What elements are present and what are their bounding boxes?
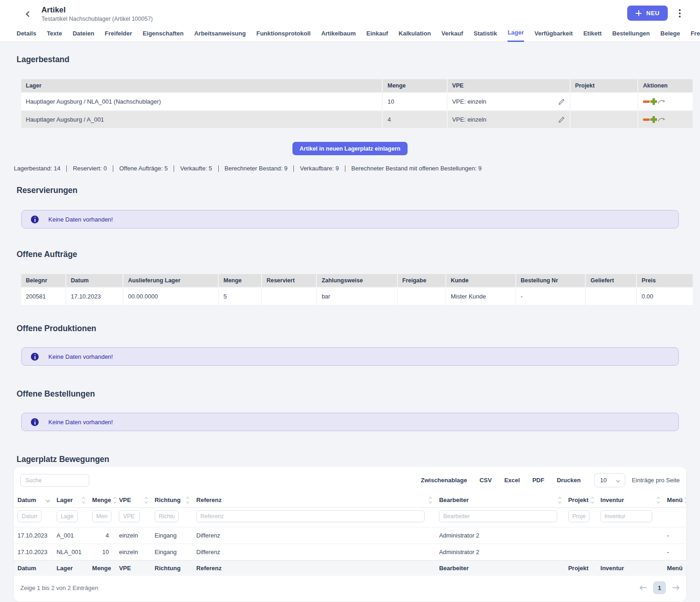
tab-statistik[interactable]: Statistik — [474, 30, 497, 41]
plus-icon — [636, 10, 642, 16]
mv-col-menue[interactable]: Menü — [667, 497, 682, 503]
mv-vpe: einzeln — [115, 544, 151, 561]
per-page-label: Einträge pro Seite — [632, 477, 680, 484]
chevron-left-icon — [26, 11, 32, 17]
stat-verkaufbare: Verkaufbare: 9 — [293, 165, 345, 172]
tab-fremdnummern[interactable]: Fremdnummern — [691, 30, 700, 41]
topbar: Artikel Testartikel Nachschublager (Arti… — [0, 0, 700, 42]
mv-menue: - — [663, 544, 686, 561]
filter-richtung-input[interactable] — [155, 510, 179, 522]
order-kunde: Mister Kunde — [446, 288, 516, 306]
order-datum: 17.10.2023 — [66, 288, 123, 306]
open-orders-table: Belegnr Datum Auslieferung Lager Menge R… — [21, 274, 694, 306]
transfer-stock-icon[interactable] — [658, 117, 665, 123]
sort-icon — [657, 497, 659, 503]
filter-bearbeiter-input[interactable] — [439, 510, 557, 522]
stock-lager-cell: Hauptlager Augsburg / NLA_001 (Nachschub… — [21, 93, 383, 111]
csv-export-button[interactable]: CSV — [479, 477, 492, 484]
edit-vpe-pencil-icon[interactable] — [558, 116, 565, 123]
tab-lager[interactable]: Lager — [508, 29, 524, 42]
order-menge: 5 — [219, 288, 262, 306]
tab-arbeitsanweisung[interactable]: Arbeitsanweisung — [194, 30, 246, 41]
clipboard-export-button[interactable]: Zwischenablage — [421, 477, 467, 484]
mv-projekt — [565, 527, 597, 544]
filter-lager-input[interactable] — [57, 510, 78, 522]
filter-inventur-input[interactable] — [601, 510, 652, 522]
sort-desc-icon — [46, 498, 49, 502]
mv-col-projekt[interactable]: Projekt — [568, 497, 593, 503]
pdf-export-button[interactable]: PDF — [532, 477, 544, 484]
purchase-orders-empty-alert: Keine Daten vorhanden! — [21, 413, 679, 431]
page-size-select[interactable]: 10 — [594, 473, 625, 487]
stock-col-vpe: VPE — [448, 79, 571, 93]
sort-icon — [82, 497, 85, 503]
remove-stock-icon[interactable] — [643, 118, 650, 121]
order-zahlungsweise: bar — [317, 288, 397, 306]
reservations-section-title: Reservierungen — [14, 186, 686, 195]
orders-col-zahlungsweise: Zahlungsweise — [317, 274, 397, 288]
mv-col-inventur[interactable]: Inventur — [601, 497, 660, 503]
tab-etikett[interactable]: Etikett — [583, 30, 602, 41]
orders-col-freigabe: Freigabe — [398, 274, 446, 288]
info-icon — [31, 418, 39, 426]
stat-reserviert: Reserviert: 0 — [66, 165, 113, 172]
order-belegnr: 200581 — [21, 288, 66, 306]
mv-col-datum[interactable]: Datum — [18, 497, 49, 503]
remove-stock-icon[interactable] — [643, 100, 650, 103]
next-page-icon[interactable] — [672, 585, 680, 590]
stock-stats-line: Lagerbestand: 14 Reserviert: 0 Offene Au… — [14, 165, 686, 172]
open-orders-section-title: Offene Aufträge — [14, 250, 686, 259]
page-number-button[interactable]: 1 — [653, 581, 666, 594]
tab-eigenschaften[interactable]: Eigenschaften — [143, 30, 184, 41]
sort-icon — [114, 497, 116, 503]
mv-col-lager[interactable]: Lager — [57, 497, 85, 503]
tab-verkauf[interactable]: Verkauf — [442, 30, 463, 41]
mv-col-vpe[interactable]: VPE — [119, 497, 147, 503]
orders-col-belegnr: Belegnr — [21, 274, 66, 288]
search-input[interactable] — [20, 474, 89, 487]
tab-freifelder[interactable]: Freifelder — [105, 30, 132, 41]
orders-col-datum: Datum — [66, 274, 123, 288]
tab-bestellungen[interactable]: Bestellungen — [612, 30, 650, 41]
tab-funktionsprotokoll[interactable]: Funktionsprotokoll — [257, 30, 311, 41]
filter-projekt-input[interactable] — [568, 510, 589, 522]
mv-col-bearbeiter[interactable]: Bearbeiter — [439, 497, 560, 503]
tab-verfuegbarkeit[interactable]: Verfügbarkeit — [535, 30, 573, 41]
sort-icon — [145, 497, 147, 503]
back-button[interactable] — [22, 7, 35, 20]
movements-section-title: Lagerplatz Bewegungen — [14, 455, 686, 464]
orders-col-bestellung-nr: Bestellung Nr — [516, 274, 586, 288]
print-button[interactable]: Drucken — [557, 477, 581, 484]
mv-col-menge[interactable]: Menge — [92, 497, 111, 503]
mv-inventur — [597, 527, 664, 544]
mv-col-richtung[interactable]: Richtung — [155, 497, 189, 503]
tab-kalkulation[interactable]: Kalkulation — [399, 30, 431, 41]
tab-texte[interactable]: Texte — [47, 30, 62, 41]
filter-referenz-input[interactable] — [196, 510, 425, 522]
filter-vpe-input[interactable] — [119, 510, 140, 522]
tab-details[interactable]: Details — [17, 30, 36, 41]
empty-message: Keine Daten vorhanden! — [48, 216, 113, 223]
new-button[interactable]: NEU — [627, 6, 668, 21]
tab-dateien[interactable]: Dateien — [73, 30, 94, 41]
mv-datum: 17.10.2023 — [14, 527, 53, 544]
filter-menge-input[interactable] — [92, 510, 111, 522]
add-stock-icon[interactable] — [650, 98, 657, 105]
open-purchase-orders-section-title: Offene Bestellungen — [14, 389, 686, 399]
tab-einkauf[interactable]: Einkauf — [367, 30, 388, 41]
mv-projekt — [565, 544, 597, 561]
movement-row: 17.10.2023 A_001 4 einzeln Eingang Diffe… — [14, 527, 686, 544]
mv-col-referenz[interactable]: Referenz — [196, 497, 432, 503]
prev-page-icon[interactable] — [639, 585, 647, 590]
excel-export-button[interactable]: Excel — [504, 477, 520, 484]
transfer-stock-icon[interactable] — [658, 99, 665, 105]
kebab-menu-icon[interactable] — [676, 6, 683, 20]
store-in-new-bin-button[interactable]: Artikel in neuen Lagerplatz einlagern — [292, 142, 408, 155]
add-stock-icon[interactable] — [650, 116, 657, 123]
tab-artikelbaum[interactable]: Artikelbaum — [321, 30, 356, 41]
tab-belege[interactable]: Belege — [660, 30, 680, 41]
edit-vpe-pencil-icon[interactable] — [558, 98, 565, 105]
mv-lager: A_001 — [53, 527, 88, 544]
empty-message: Keine Daten vorhanden! — [48, 419, 113, 426]
filter-datum-input[interactable] — [18, 510, 41, 522]
